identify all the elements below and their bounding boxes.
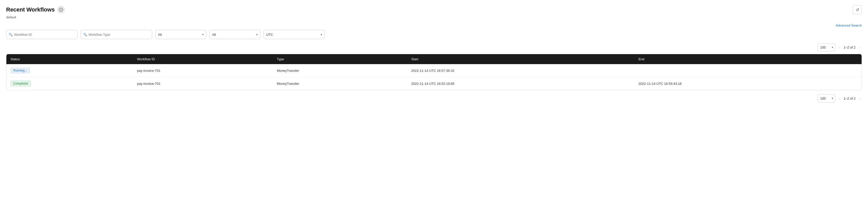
table-row: Running ↓pay-invoice-701MoneyTransfer202…	[6, 64, 862, 77]
refresh-button[interactable]: ↺	[853, 5, 862, 14]
per-page-bottom-select[interactable]: 10 25 50 100	[817, 94, 835, 102]
workflow-id-search-wrap: 🔍	[6, 30, 78, 39]
namespace-subtitle: default	[6, 15, 862, 19]
cell-type-1: MoneyTransfer	[273, 77, 407, 90]
workflow-id-input[interactable]	[6, 30, 78, 39]
workflow-id-search-icon: 🔍	[9, 33, 13, 36]
cell-start-1: 2022-11-14 UTC 16:52:19.85	[407, 77, 634, 90]
pagination-bottom: 10 25 50 100 ▾ ‹ 1–2 of 2 ›	[6, 94, 862, 102]
table-header: Status Workflow ID Type Start End	[6, 54, 862, 64]
col-header-status: Status	[6, 54, 133, 64]
workflow-type-search-icon: 🔍	[83, 33, 87, 36]
col-header-workflow-id: Workflow ID	[133, 54, 273, 64]
col-header-type: Type	[273, 54, 407, 64]
col-header-start: Start	[407, 54, 634, 64]
cell-end-0	[634, 64, 862, 77]
per-page-top-wrap: 10 25 50 100 ▾	[817, 43, 835, 51]
cell-workflow-id-0: pay-invoice-701	[133, 64, 273, 77]
timezone-filter-wrap: UTC Local ▾	[264, 30, 325, 39]
cell-status-0: Running ↓	[6, 64, 133, 77]
workflow-type-input[interactable]	[81, 30, 152, 39]
col-header-end: End	[634, 54, 862, 64]
cell-start-0: 2022-11-14 UTC 16:57:39.32	[407, 64, 634, 77]
namespace-icon[interactable]	[57, 6, 65, 13]
status-badge[interactable]: Completed	[10, 81, 31, 86]
filter2-select[interactable]: All	[209, 30, 260, 39]
status-badge[interactable]: Running ↓	[10, 68, 30, 73]
page-container: Recent Workflows ↺ default Advanced Sear…	[0, 0, 868, 211]
workflows-table-wrap: Status Workflow ID Type Start End	[6, 54, 862, 90]
advanced-search-link[interactable]: Advanced Search	[836, 24, 862, 27]
page-title: Recent Workflows	[6, 6, 55, 13]
timezone-filter-select[interactable]: UTC Local	[264, 30, 325, 39]
per-page-bottom-wrap: 10 25 50 100 ▾	[817, 94, 835, 102]
next-page-bottom-button[interactable]: ›	[858, 96, 862, 101]
table-row: Completedpay-invoice-701MoneyTransfer202…	[6, 77, 862, 90]
pagination-top: 10 25 50 100 ▾ ‹ 1–2 of 2 ›	[6, 43, 862, 51]
sort-arrow-icon: ↓	[26, 69, 27, 72]
cell-type-0: MoneyTransfer	[273, 64, 407, 77]
header-left: Recent Workflows	[6, 6, 65, 13]
filters-row: 🔍 🔍 All Running Completed Failed Termina…	[6, 30, 862, 39]
prev-page-bottom-button[interactable]: ‹	[837, 96, 842, 101]
header-row: Recent Workflows ↺	[6, 5, 862, 14]
workflow-type-search-wrap: 🔍	[81, 30, 152, 39]
cell-end-1: 2022-11-14 UTC 16:55:43.16	[634, 77, 862, 90]
page-range-top: 1–2 of 2	[843, 46, 856, 49]
cell-workflow-id-1: pay-invoice-701	[133, 77, 273, 90]
advanced-search-link-wrap: Advanced Search	[6, 23, 862, 27]
status-filter-wrap: All Running Completed Failed Terminated …	[155, 30, 206, 39]
status-filter-select[interactable]: All Running Completed Failed Terminated …	[155, 30, 206, 39]
next-page-top-button[interactable]: ›	[858, 45, 862, 50]
filter2-wrap: All ▾	[209, 30, 260, 39]
page-range-bottom: 1–2 of 2	[843, 96, 856, 100]
table-body: Running ↓pay-invoice-701MoneyTransfer202…	[6, 64, 862, 90]
prev-page-top-button[interactable]: ‹	[837, 45, 842, 50]
workflows-table: Status Workflow ID Type Start End	[6, 54, 862, 90]
cell-status-1: Completed	[6, 77, 133, 90]
per-page-top-select[interactable]: 10 25 50 100	[817, 43, 835, 51]
refresh-icon: ↺	[856, 7, 859, 12]
